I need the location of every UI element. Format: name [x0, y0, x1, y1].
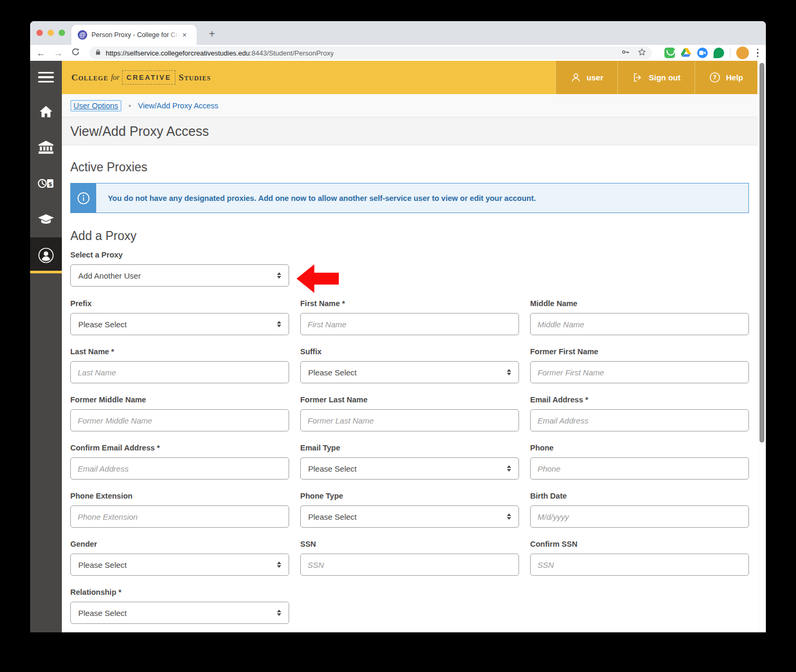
form-field: SuffixPlease Select	[300, 347, 519, 383]
user-profile-icon	[38, 247, 54, 263]
help-icon: ?	[709, 72, 720, 83]
field-input[interactable]	[300, 313, 519, 335]
select-arrows-icon	[277, 561, 281, 568]
form-field: Phone Extension	[70, 492, 289, 528]
person-icon	[570, 72, 581, 83]
form-field: PrefixPlease Select	[70, 299, 289, 335]
field-select[interactable]: Please Select	[300, 361, 519, 383]
browser-tab[interactable]: @ Person Proxy - College for Crea ×	[71, 25, 197, 45]
field-select[interactable]: Please Select	[300, 457, 519, 480]
field-input[interactable]	[530, 554, 749, 576]
tab-close-icon[interactable]: ×	[182, 31, 187, 39]
sidebar-item-financial[interactable]	[30, 130, 62, 165]
field-label: Middle Name	[530, 299, 749, 308]
ccs-logo: College for CREATIVE Studies	[62, 70, 211, 85]
field-label: Former First Name	[530, 347, 749, 356]
url-text: https://selfservice.collegeforcreativest…	[106, 49, 334, 57]
field-input[interactable]	[300, 554, 519, 576]
drive-extension-icon[interactable]	[681, 47, 691, 59]
sign-out-button[interactable]: Sign out	[617, 61, 695, 94]
close-window-button[interactable]	[36, 30, 43, 36]
info-alert: You do not have any designated proxies. …	[70, 183, 749, 213]
field-input[interactable]	[530, 313, 749, 335]
field-select[interactable]: Please Select	[300, 505, 519, 528]
sidebar-item-billing[interactable]: $	[30, 165, 62, 201]
sidebar-item-home[interactable]	[30, 94, 62, 130]
form-field: Phone TypePlease Select	[300, 492, 519, 528]
user-menu-button[interactable]: user	[556, 61, 618, 94]
breadcrumb: User Options ● View/Add Proxy Access	[62, 94, 766, 117]
reload-button[interactable]	[71, 48, 80, 58]
field-input[interactable]	[70, 361, 289, 383]
browser-menu-button[interactable]	[755, 49, 761, 58]
field-input[interactable]	[70, 505, 289, 528]
form-field: SSN	[300, 540, 519, 576]
select-arrows-icon	[277, 272, 281, 279]
toolbar-divider	[730, 48, 730, 58]
zoom-extension-icon[interactable]	[697, 48, 708, 58]
field-label: Suffix	[300, 347, 519, 356]
form-field: Last Name *	[70, 347, 289, 383]
bookmark-star-icon[interactable]	[637, 48, 646, 59]
hangouts-extension-icon[interactable]	[714, 48, 724, 58]
sidebar-nav: $	[30, 61, 62, 632]
form-field: Birth Date	[530, 492, 749, 528]
breadcrumb-current[interactable]: View/Add Proxy Access	[138, 102, 218, 110]
select-arrows-icon	[507, 513, 511, 520]
field-select[interactable]: Please Select	[70, 554, 289, 576]
field-label: Former Middle Name	[70, 395, 289, 404]
active-proxies-heading: Active Proxies	[70, 145, 766, 174]
sidebar-item-academics[interactable]	[30, 201, 62, 237]
field-input[interactable]	[530, 361, 749, 383]
page-content: Active Proxies You do not have any desig…	[62, 145, 766, 632]
svg-text:$: $	[48, 181, 52, 188]
menu-hamburger-button[interactable]	[30, 61, 62, 94]
bitmoji-extension-icon[interactable]	[664, 48, 675, 58]
field-label: Former Last Name	[300, 395, 519, 404]
breadcrumb-user-options-link[interactable]: User Options	[70, 100, 122, 112]
profile-avatar[interactable]	[736, 47, 749, 59]
field-label: Phone Type	[300, 492, 519, 501]
url-bar[interactable]: https://selfservice.collegeforcreativest…	[89, 47, 652, 59]
password-key-icon[interactable]	[621, 48, 630, 59]
scrollbar-thumb[interactable]	[760, 63, 764, 443]
select-a-proxy-dropdown[interactable]: Add Another User	[70, 264, 289, 287]
forward-button[interactable]: →	[54, 49, 63, 58]
field-label: Phone Extension	[70, 492, 289, 501]
app-header: College for CREATIVE Studies user Sign o…	[62, 61, 766, 94]
select-proxy-label: Select a Proxy	[70, 251, 766, 260]
form-field: Relationship *Please Select	[70, 588, 289, 624]
time-money-icon: $	[38, 178, 54, 189]
annotation-arrow	[297, 264, 339, 293]
field-input[interactable]	[530, 409, 749, 431]
field-label: Email Type	[300, 444, 519, 453]
browser-tabstrip: @ Person Proxy - College for Crea × +	[30, 21, 766, 45]
site-favicon-icon: @	[78, 30, 87, 40]
field-input[interactable]	[300, 409, 519, 431]
bank-icon	[39, 141, 53, 154]
field-input[interactable]	[70, 409, 289, 431]
field-input[interactable]	[530, 457, 749, 480]
svg-text:?: ?	[714, 73, 717, 81]
lock-icon	[95, 48, 101, 58]
new-tab-button[interactable]: +	[205, 26, 219, 41]
field-input[interactable]	[70, 457, 289, 480]
field-select[interactable]: Please Select	[70, 313, 289, 335]
back-button[interactable]: ←	[36, 49, 45, 58]
browser-window: @ Person Proxy - College for Crea × + ← …	[30, 21, 766, 632]
form-field: First Name *	[300, 299, 519, 335]
select-arrows-icon	[277, 321, 281, 327]
field-label: Phone	[530, 444, 749, 453]
field-input[interactable]	[530, 505, 749, 528]
help-button[interactable]: ? Help	[695, 61, 757, 94]
select-arrows-icon	[507, 369, 511, 375]
field-select[interactable]: Please Select	[70, 602, 289, 624]
minimize-window-button[interactable]	[48, 30, 54, 36]
form-field: Former First Name	[530, 347, 749, 383]
select-arrows-icon	[277, 610, 281, 616]
field-label: Email Address *	[530, 395, 749, 404]
sidebar-item-user-options[interactable]	[30, 237, 62, 273]
breadcrumb-separator: ●	[128, 103, 131, 108]
zoom-window-button[interactable]	[59, 30, 65, 36]
form-field: Confirm SSN	[530, 540, 749, 576]
